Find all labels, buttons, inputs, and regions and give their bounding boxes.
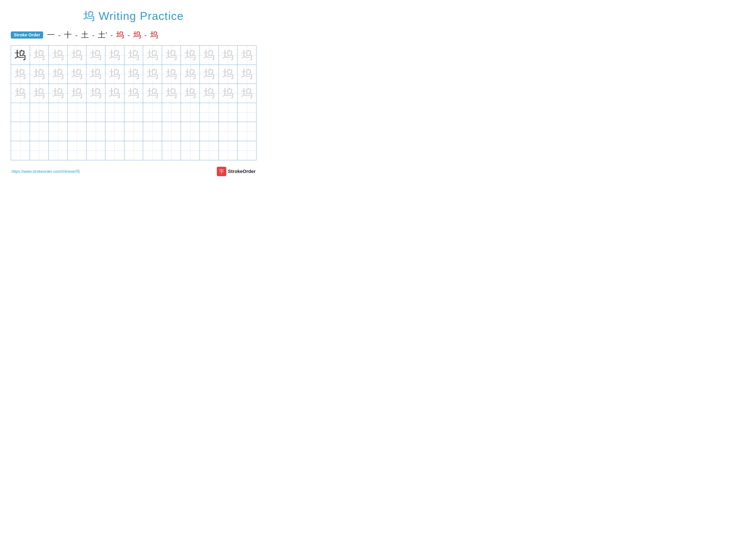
grid-cell[interactable] [124, 141, 143, 160]
grid-cell[interactable]: 坞 [162, 84, 181, 103]
grid-cell[interactable] [200, 122, 219, 141]
stroke-2: 十 [64, 30, 72, 40]
grid-cell[interactable]: 坞 [200, 65, 219, 84]
grid-cell[interactable]: 坞 [105, 65, 124, 84]
grid-cell[interactable] [105, 141, 124, 160]
stroke-order-row: Stroke Order 一 - 十 - 土 - 土' - 坞 - 坞 - 坞 [11, 30, 256, 40]
grid-cell[interactable]: 坞 [11, 65, 30, 84]
grid-cell[interactable]: 坞 [68, 46, 87, 64]
grid-cell[interactable] [237, 122, 256, 141]
grid-cell[interactable]: 坞 [49, 46, 68, 64]
grid-row [11, 122, 256, 141]
grid-cell[interactable] [219, 141, 238, 160]
grid-cell[interactable] [143, 141, 162, 160]
grid-cell[interactable] [181, 103, 200, 122]
grid-cell[interactable]: 坞 [30, 84, 49, 103]
grid-cell[interactable] [49, 103, 68, 122]
grid-cell[interactable]: 坞 [105, 84, 124, 103]
grid-cell[interactable]: 坞 [30, 46, 49, 64]
grid-cell[interactable] [219, 103, 238, 122]
grid-row: 坞坞坞坞坞坞坞坞坞坞坞坞坞 [11, 84, 256, 103]
grid-cell[interactable] [30, 122, 49, 141]
grid-cell[interactable]: 坞 [143, 84, 162, 103]
grid-cell[interactable]: 坞 [11, 84, 30, 103]
grid-cell[interactable] [105, 103, 124, 122]
grid-cell[interactable] [30, 141, 49, 160]
grid-cell[interactable] [143, 122, 162, 141]
stroke-5: 坞 [116, 30, 124, 40]
grid-cell[interactable] [124, 122, 143, 141]
grid-cell[interactable]: 坞 [200, 84, 219, 103]
grid-cell[interactable]: 坞 [237, 84, 256, 103]
grid-cell[interactable]: 坞 [86, 65, 105, 84]
grid-row: 坞坞坞坞坞坞坞坞坞坞坞坞坞 [11, 46, 256, 65]
grid-cell[interactable]: 坞 [237, 65, 256, 84]
grid-cell[interactable]: 坞 [30, 65, 49, 84]
grid-cell[interactable] [105, 122, 124, 141]
grid-cell[interactable]: 坞 [181, 65, 200, 84]
stroke-7: 坞 [150, 30, 158, 40]
grid-cell[interactable] [11, 141, 30, 160]
grid-cell[interactable] [162, 141, 181, 160]
grid-cell[interactable] [68, 103, 87, 122]
grid-cell[interactable] [181, 141, 200, 160]
stroke-3: 土 [81, 30, 89, 40]
grid-cell[interactable] [11, 122, 30, 141]
grid-cell[interactable] [86, 141, 105, 160]
grid-cell[interactable] [124, 103, 143, 122]
grid-cell[interactable]: 坞 [219, 46, 238, 64]
grid-cell[interactable]: 坞 [143, 46, 162, 64]
grid-cell[interactable] [49, 141, 68, 160]
grid-cell[interactable] [237, 141, 256, 160]
grid-cell[interactable] [30, 103, 49, 122]
grid-cell[interactable]: 坞 [181, 84, 200, 103]
grid-cell[interactable] [162, 122, 181, 141]
grid-cell[interactable]: 坞 [124, 84, 143, 103]
practice-grid: 坞坞坞坞坞坞坞坞坞坞坞坞坞坞坞坞坞坞坞坞坞坞坞坞坞坞坞坞坞坞坞坞坞坞坞坞坞坞坞 [11, 45, 256, 160]
grid-cell[interactable]: 坞 [86, 46, 105, 64]
grid-cell[interactable]: 坞 [86, 84, 105, 103]
grid-cell[interactable]: 坞 [181, 46, 200, 64]
grid-cell[interactable] [143, 103, 162, 122]
grid-cell[interactable] [200, 103, 219, 122]
grid-cell[interactable]: 坞 [200, 46, 219, 64]
grid-cell[interactable] [49, 122, 68, 141]
grid-cell[interactable] [86, 103, 105, 122]
grid-row [11, 103, 256, 122]
grid-cell[interactable] [200, 141, 219, 160]
grid-cell[interactable]: 坞 [162, 46, 181, 64]
grid-cell[interactable]: 坞 [143, 65, 162, 84]
grid-cell[interactable] [68, 141, 87, 160]
grid-cell[interactable]: 坞 [219, 84, 238, 103]
grid-cell[interactable]: 坞 [68, 84, 87, 103]
stroke-4: 土' [98, 30, 107, 40]
grid-cell[interactable]: 坞 [49, 65, 68, 84]
grid-row [11, 141, 256, 160]
grid-cell[interactable] [162, 103, 181, 122]
footer-logo-icon: 字 [217, 167, 226, 176]
stroke-sequence: 一 - 十 - 土 - 土' - 坞 - 坞 - 坞 [47, 30, 158, 40]
grid-cell[interactable]: 坞 [68, 65, 87, 84]
grid-cell[interactable] [237, 103, 256, 122]
grid-cell[interactable]: 坞 [124, 65, 143, 84]
stroke-order-badge: Stroke Order [11, 32, 43, 38]
grid-cell[interactable]: 坞 [124, 46, 143, 64]
grid-cell[interactable]: 坞 [105, 46, 124, 64]
footer: https://www.strokeorder.com/chinese/坞 字 … [11, 167, 256, 176]
stroke-6: 坞 [133, 30, 141, 40]
grid-cell[interactable]: 坞 [219, 65, 238, 84]
grid-cell[interactable] [219, 122, 238, 141]
grid-cell[interactable] [86, 122, 105, 141]
grid-cell[interactable] [181, 122, 200, 141]
stroke-1: 一 [47, 30, 55, 40]
grid-cell[interactable] [68, 122, 87, 141]
grid-cell[interactable]: 坞 [49, 84, 68, 103]
footer-url: https://www.strokeorder.com/chinese/坞 [12, 169, 80, 174]
page-title: 坞 Writing Practice [11, 9, 256, 24]
grid-cell[interactable] [11, 103, 30, 122]
grid-cell[interactable]: 坞 [162, 65, 181, 84]
grid-cell[interactable]: 坞 [11, 46, 30, 64]
grid-cell[interactable]: 坞 [237, 46, 256, 64]
grid-row: 坞坞坞坞坞坞坞坞坞坞坞坞坞 [11, 65, 256, 84]
footer-logo: 字 StrokeOrder [217, 167, 256, 176]
